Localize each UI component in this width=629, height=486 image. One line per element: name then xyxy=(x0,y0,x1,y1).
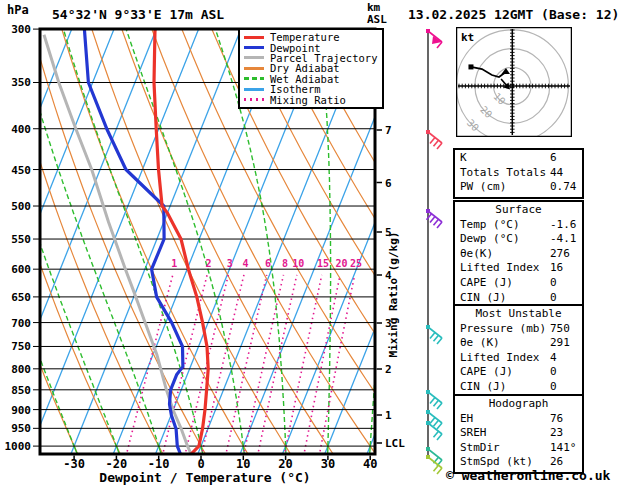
legend-row: Isotherm xyxy=(244,84,379,94)
stat-value: 76 xyxy=(550,412,563,427)
stat-value: 0.74 xyxy=(550,180,577,195)
svg-text:-20: -20 xyxy=(106,457,128,471)
stat-label: StmDir xyxy=(460,441,500,454)
stat-label: CAPE (J) xyxy=(460,365,513,378)
svg-text:450: 450 xyxy=(11,164,31,177)
svg-text:300: 300 xyxy=(11,23,31,36)
wet-adiabat-swatch xyxy=(244,77,264,80)
stat-row: Lifted Index4 xyxy=(455,351,582,366)
stat-value: 4 xyxy=(550,351,557,366)
svg-text:750: 750 xyxy=(11,340,31,353)
stat-label: StmSpd (kt) xyxy=(460,455,533,468)
svg-text:0: 0 xyxy=(197,457,204,471)
stat-label: PW (cm) xyxy=(460,180,506,193)
stat-row: Pressure (mb)750 xyxy=(455,322,582,337)
legend-label: Temperature xyxy=(270,32,340,42)
svg-text:400: 400 xyxy=(11,123,31,136)
hodograph-unit-label: kt xyxy=(461,31,474,44)
stat-value: 0 xyxy=(550,380,557,395)
stat-value: -1.6 xyxy=(550,218,577,233)
svg-text:1: 1 xyxy=(385,409,392,422)
svg-text:3: 3 xyxy=(227,258,233,269)
svg-text:600: 600 xyxy=(11,263,31,276)
stat-label: θe(K) xyxy=(460,247,493,260)
stat-value: 291 xyxy=(550,336,570,351)
parcel-trajectory-swatch xyxy=(244,56,264,59)
svg-text:30: 30 xyxy=(321,457,335,471)
svg-text:550: 550 xyxy=(11,233,31,246)
svg-text:10: 10 xyxy=(292,258,304,269)
svg-text:15: 15 xyxy=(317,258,329,269)
stat-label: EH xyxy=(460,412,473,425)
stat-value: 750 xyxy=(550,322,570,337)
stat-value: 16 xyxy=(550,261,563,276)
svg-text:6: 6 xyxy=(385,177,392,190)
svg-text:40: 40 xyxy=(363,457,377,471)
stat-row: CIN (J)0 xyxy=(455,291,582,306)
svg-text:20: 20 xyxy=(278,457,292,471)
stat-row: SREH23 xyxy=(455,426,582,441)
dewpoint-swatch xyxy=(244,46,264,49)
legend-row: Temperature xyxy=(244,32,379,42)
svg-text:-30: -30 xyxy=(63,457,85,471)
legend-label: Dry Adiabat xyxy=(270,63,340,73)
legend-box: TemperatureDewpointParcel TrajectoryDry … xyxy=(238,28,384,109)
stat-row: CAPE (J)0 xyxy=(455,276,582,291)
stat-table-indices: K6Totals Totals44PW (cm)0.74 xyxy=(453,148,584,199)
stat-table-title: Surface xyxy=(455,203,582,218)
legend-row: Dry Adiabat xyxy=(244,63,379,73)
hodograph-box: 102030 xyxy=(456,27,572,142)
svg-text:8: 8 xyxy=(282,258,288,269)
dry-adiabat-swatch xyxy=(244,67,264,70)
svg-text:1: 1 xyxy=(171,258,177,269)
stat-row: Lifted Index16 xyxy=(455,261,582,276)
legend-row: Mixing Ratio xyxy=(244,94,379,104)
stat-row: θe(K)276 xyxy=(455,247,582,262)
copyright-footer: © weatheronline.co.uk xyxy=(446,468,610,483)
svg-text:7: 7 xyxy=(385,124,392,137)
stat-row: Temp (°C)-1.6 xyxy=(455,218,582,233)
legend-label: Isotherm xyxy=(270,84,321,94)
stat-row: StmDir141° xyxy=(455,441,582,456)
isotherm-swatch xyxy=(244,88,264,91)
stat-label: K xyxy=(460,151,467,164)
stat-row: EH76 xyxy=(455,412,582,427)
stat-row: PW (cm)0.74 xyxy=(455,180,582,195)
temperature-axis-label: Dewpoint / Temperature (°C) xyxy=(60,470,350,485)
stat-label: Temp (°C) xyxy=(460,218,520,231)
stat-label: CAPE (J) xyxy=(460,276,513,289)
svg-text:900: 900 xyxy=(11,404,31,417)
stat-row: Totals Totals44 xyxy=(455,166,582,181)
stat-value: 0 xyxy=(550,291,557,306)
stat-table-hodograph: HodographEH76SREH23StmDir141°StmSpd (kt)… xyxy=(453,394,584,474)
stat-value: 0 xyxy=(550,276,557,291)
stat-label: Pressure (mb) xyxy=(460,322,546,335)
stat-value: 23 xyxy=(550,426,563,441)
stat-label: SREH xyxy=(460,426,487,439)
stat-value: 44 xyxy=(550,166,563,181)
wind-barb-column xyxy=(426,29,442,474)
svg-text:950: 950 xyxy=(11,422,31,435)
stat-table-most-unstable: Most UnstablePressure (mb)750θe (K)291Li… xyxy=(453,304,584,399)
svg-text:850: 850 xyxy=(11,384,31,397)
temperature-swatch xyxy=(244,36,264,39)
stat-table-surface: SurfaceTemp (°C)-1.6Dewp (°C)-4.1θe(K)27… xyxy=(453,200,584,309)
svg-text:2: 2 xyxy=(206,258,212,269)
stat-row: Dewp (°C)-4.1 xyxy=(455,232,582,247)
svg-text:10: 10 xyxy=(236,457,250,471)
stat-row: CAPE (J)0 xyxy=(455,365,582,380)
lcl-label: LCL xyxy=(385,437,405,450)
stat-label: CIN (J) xyxy=(460,380,506,393)
svg-text:700: 700 xyxy=(11,317,31,330)
stat-value: 6 xyxy=(550,151,557,166)
stat-row: K6 xyxy=(455,151,582,166)
stat-label: CIN (J) xyxy=(460,291,506,304)
stat-row: CIN (J)0 xyxy=(455,380,582,395)
stat-value: 276 xyxy=(550,247,570,262)
stat-label: θe (K) xyxy=(460,336,500,349)
stat-table-title: Most Unstable xyxy=(455,307,582,322)
stat-row: θe (K)291 xyxy=(455,336,582,351)
svg-text:1000: 1000 xyxy=(5,440,32,453)
sounding-page: hPa 54°32'N 9°33'E 17m ASL 13.02.2025 12… xyxy=(0,0,629,486)
svg-text:650: 650 xyxy=(11,291,31,304)
